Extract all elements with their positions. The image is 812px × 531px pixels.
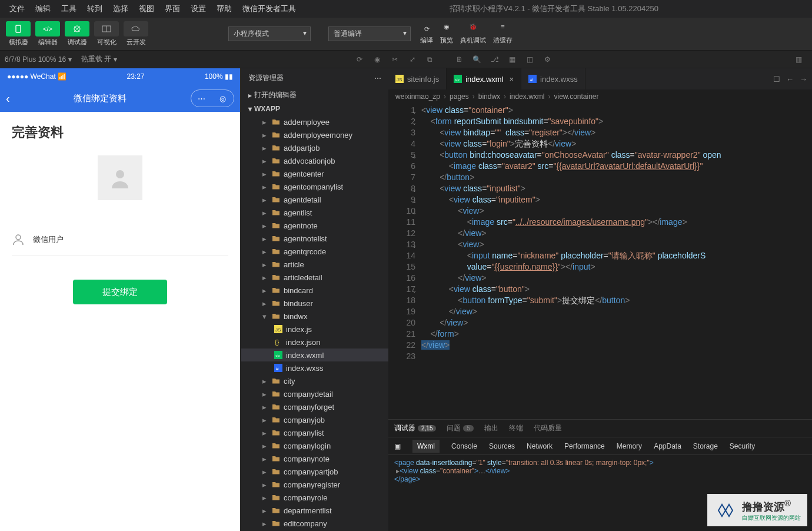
folder-addpartjob[interactable]: ▸addpartjob bbox=[241, 141, 388, 154]
arrow-right-icon[interactable]: → bbox=[800, 75, 807, 84]
clearcache-button[interactable]: ≡清缓存 bbox=[493, 23, 513, 45]
file-index.wxss[interactable]: #index.wxss bbox=[241, 361, 388, 374]
paneltab-代码质量[interactable]: 代码质量 bbox=[534, 423, 562, 433]
breadcrumb-seg[interactable]: view.container bbox=[554, 92, 598, 101]
folder-companylogin[interactable]: ▸companylogin bbox=[241, 439, 388, 452]
popout-icon[interactable]: ⧉ bbox=[425, 54, 435, 65]
realdevice-button[interactable]: 🐞真机调试 bbox=[460, 23, 486, 45]
ext-icon[interactable]: ▦ bbox=[507, 54, 518, 65]
folder-binduser[interactable]: ▸binduser bbox=[241, 297, 388, 310]
hotreload-toggle[interactable]: 热重载 开 bbox=[81, 54, 111, 64]
folder-agentqrcode[interactable]: ▸agentqrcode bbox=[241, 245, 388, 258]
paneltab-终端[interactable]: 终端 bbox=[509, 423, 523, 433]
file-index.json[interactable]: {}index.json bbox=[241, 336, 388, 349]
file-index.js[interactable]: JSindex.js bbox=[241, 323, 388, 336]
search-icon[interactable]: 🔍 bbox=[472, 54, 482, 65]
folder-agentnote[interactable]: ▸agentnote bbox=[241, 219, 388, 232]
folder-companyregister[interactable]: ▸companyregister bbox=[241, 478, 388, 491]
capsule[interactable]: ⋯◎ bbox=[191, 89, 234, 107]
inspect-icon[interactable]: ▣ bbox=[394, 442, 401, 450]
paneltab-调试器[interactable]: 调试器2,15 bbox=[394, 423, 436, 433]
device-select[interactable]: 6/7/8 Plus 100% 16 bbox=[5, 55, 66, 64]
devtab-Security[interactable]: Security bbox=[730, 442, 755, 450]
menu-设置[interactable]: 设置 bbox=[186, 1, 211, 16]
open-editors-section[interactable]: ▸ 打开的编辑器 bbox=[241, 88, 388, 102]
cloud-button[interactable]: 云开发 bbox=[124, 21, 148, 47]
devtab-Performance[interactable]: Performance bbox=[564, 442, 605, 450]
menu-编辑[interactable]: 编辑 bbox=[31, 1, 55, 16]
folder-article[interactable]: ▸article bbox=[241, 258, 388, 271]
folder-addvocationjob[interactable]: ▸addvocationjob bbox=[241, 154, 388, 167]
menu-转到[interactable]: 转到 bbox=[82, 1, 107, 16]
file-index.wxml[interactable]: <>index.wxml bbox=[241, 349, 388, 361]
devtab-Memory[interactable]: Memory bbox=[617, 442, 642, 450]
folder-agentcenter[interactable]: ▸agentcenter bbox=[241, 167, 388, 180]
folder-addemployee[interactable]: ▸addemployee bbox=[241, 115, 388, 128]
devtab-AppData[interactable]: AppData bbox=[654, 442, 681, 450]
cut-icon[interactable]: ✂ bbox=[390, 54, 400, 65]
breadcrumb-seg[interactable]: bindwx bbox=[478, 92, 500, 101]
editor-toggle[interactable]: </> 编辑器 bbox=[35, 21, 60, 47]
visualize-button[interactable]: 可视化 bbox=[94, 21, 119, 47]
devtab-Wxml[interactable]: Wxml bbox=[412, 440, 440, 453]
folder-city[interactable]: ▸city bbox=[241, 374, 388, 387]
folder-bindwx[interactable]: ▾bindwx bbox=[241, 310, 388, 323]
preview-button[interactable]: ◉预览 bbox=[440, 23, 453, 45]
menu-帮助[interactable]: 帮助 bbox=[212, 1, 237, 16]
root-section[interactable]: ▾ WXAPP bbox=[241, 102, 388, 115]
folder-companyforget[interactable]: ▸companyforget bbox=[241, 400, 388, 413]
folder-bindcard[interactable]: ▸bindcard bbox=[241, 284, 388, 297]
back-button[interactable]: ‹ bbox=[6, 92, 10, 105]
code-editor[interactable]: 1⌄2⌄345⌄678⌄9⌄10⌄111213⌄14151617⌄1819202… bbox=[388, 104, 812, 419]
menu-选择[interactable]: 选择 bbox=[108, 1, 133, 16]
tab-siteinfo.js[interactable]: JSsiteinfo.js bbox=[388, 68, 447, 89]
rotate-icon[interactable]: ⤢ bbox=[407, 54, 418, 65]
more-icon[interactable]: ⋯ bbox=[374, 74, 381, 82]
breadcrumb[interactable]: weixinmao_zp›pages›bindwx›index.wxml›vie… bbox=[388, 89, 812, 104]
menu-工具[interactable]: 工具 bbox=[56, 1, 81, 16]
devtab-Network[interactable]: Network bbox=[527, 442, 553, 450]
panel-right-icon[interactable]: ▥ bbox=[793, 54, 804, 65]
folder-companypartjob[interactable]: ▸companypartjob bbox=[241, 465, 388, 478]
folder-companyrole[interactable]: ▸companyrole bbox=[241, 491, 388, 504]
record-icon[interactable]: ◉ bbox=[372, 54, 382, 65]
folder-companyjob[interactable]: ▸companyjob bbox=[241, 413, 388, 426]
devtab-Sources[interactable]: Sources bbox=[489, 442, 515, 450]
capsule-close-icon[interactable]: ◎ bbox=[212, 90, 234, 107]
compile-button[interactable]: ⟳编译 bbox=[420, 23, 433, 45]
folder-editcompany[interactable]: ▸editcompany bbox=[241, 517, 388, 530]
folder-agentdetail[interactable]: ▸agentdetail bbox=[241, 193, 388, 206]
devtab-Console[interactable]: Console bbox=[451, 442, 477, 450]
submit-button[interactable]: 提交绑定 bbox=[73, 280, 167, 304]
bookmark-icon[interactable]: ☐ bbox=[773, 75, 780, 84]
folder-companylist[interactable]: ▸companylist bbox=[241, 426, 388, 439]
explorer-icon[interactable]: 🗎 bbox=[454, 54, 465, 65]
folder-companynote[interactable]: ▸companynote bbox=[241, 452, 388, 465]
breadcrumb-seg[interactable]: pages bbox=[450, 92, 469, 101]
avatar-button[interactable] bbox=[98, 155, 142, 200]
breadcrumb-seg[interactable]: index.wxml bbox=[510, 92, 544, 101]
tab-index.wxml[interactable]: <>index.wxml× bbox=[447, 68, 521, 89]
folder-agentlist[interactable]: ▸agentlist bbox=[241, 206, 388, 219]
arrow-left-icon[interactable]: ← bbox=[786, 75, 794, 84]
dom-view[interactable]: <page data-insertloading="1" style="tran… bbox=[388, 455, 812, 487]
breadcrumb-seg[interactable]: weixinmao_zp bbox=[395, 92, 440, 101]
tab-index.wxss[interactable]: #index.wxss bbox=[521, 68, 585, 89]
debugger-toggle[interactable]: 调试器 bbox=[65, 21, 89, 47]
folder-companydetail[interactable]: ▸companydetail bbox=[241, 387, 388, 400]
folder-articledetail[interactable]: ▸articledetail bbox=[241, 271, 388, 284]
folder-agentnotelist[interactable]: ▸agentnotelist bbox=[241, 232, 388, 245]
paneltab-问题[interactable]: 问题5 bbox=[447, 423, 474, 433]
refresh-icon[interactable]: ⟳ bbox=[354, 54, 365, 65]
paneltab-输出[interactable]: 输出 bbox=[484, 423, 498, 433]
git-icon[interactable]: ⎇ bbox=[490, 54, 500, 65]
folder-agentcompanylist[interactable]: ▸agentcompanylist bbox=[241, 180, 388, 193]
simulator-toggle[interactable]: 模拟器 bbox=[6, 21, 31, 47]
folder-addemployeemoney[interactable]: ▸addemployeemoney bbox=[241, 128, 388, 141]
compile-select[interactable]: 普通编译▾ bbox=[328, 26, 411, 41]
menu-视图[interactable]: 视图 bbox=[134, 1, 159, 16]
menu-微信开发者工具[interactable]: 微信开发者工具 bbox=[238, 1, 301, 16]
menu-文件[interactable]: 文件 bbox=[5, 1, 29, 16]
menu-界面[interactable]: 界面 bbox=[160, 1, 185, 16]
close-icon[interactable]: × bbox=[510, 75, 514, 84]
